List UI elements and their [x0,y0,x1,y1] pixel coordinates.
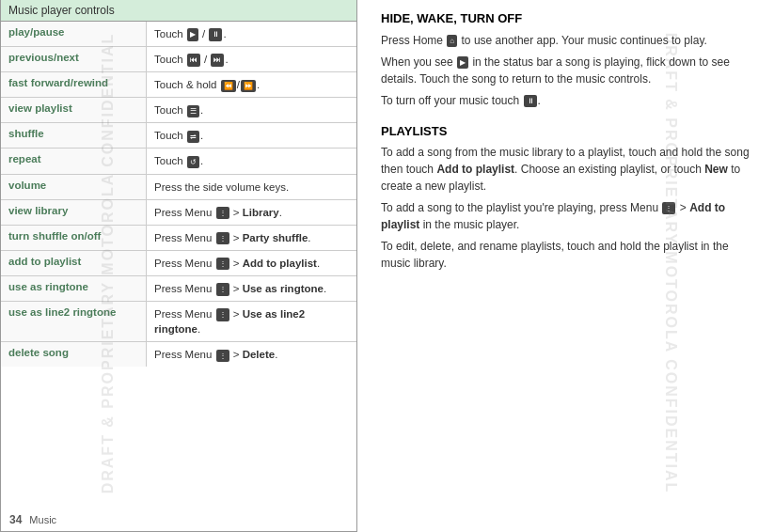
play-status-icon: ▶ [457,56,468,69]
row-desc-shuffle: Touch ⇌. [147,123,356,148]
table-header: Music player controls [1,0,356,22]
section-para-2: When you see ▶ in the status bar a song … [381,54,755,87]
table-row: repeat Touch ↺. [1,149,356,174]
menu-icon: ⋮ [216,283,229,295]
page-section-label: Music [29,514,56,525]
menu-icon: ⋮ [216,207,229,219]
section-para-1: Press Home ⌂ to use another app. Your mu… [381,32,755,49]
section-hide-wake: HIDE, WAKE, TURN OFF Press Home ⌂ to use… [381,9,755,109]
row-label-ff-rew: fast forward/rewind [1,72,147,97]
row-label-view-library: view library [1,200,147,225]
row-label-volume: volume [1,175,147,199]
row-desc-volume: Press the side volume keys. [147,175,356,199]
ff-icon: ⏩ [241,80,256,92]
section-para-4: To add a song from the music library to … [381,144,755,195]
row-label-line2-ringtone: use as line2 ringtone [1,302,147,341]
pause-off-icon: ⏸ [524,95,537,107]
next-icon: ⏭ [211,54,224,66]
play-icon: ▶ [187,28,198,40]
section-title-playlists: PLAYLISTS [381,122,755,141]
left-column: Music player controls play/pause Touch ▶… [0,0,357,532]
row-desc-shuffle-toggle: Press Menu ⋮ > Party shuffle. [147,226,356,250]
row-desc-view-playlist: Touch ☰. [147,98,356,122]
row-label-prev-next: previous/next [1,47,147,71]
row-label-delete-song: delete song [1,342,147,367]
table-row: turn shuffle on/off Press Menu ⋮ > Party… [1,226,356,251]
table-row: view playlist Touch ☰. [1,98,356,123]
row-label-repeat: repeat [1,149,147,173]
table-row: delete song Press Menu ⋮ > Delete. [1,342,356,367]
rewind-icon: ⏪ [221,80,236,92]
table-row: fast forward/rewind Touch & hold ⏪/⏩. [1,72,356,98]
table-row: play/pause Touch ▶ / ⏸. [1,22,356,47]
page-number: 34 [9,513,22,526]
row-desc-view-library: Press Menu ⋮ > Library. [147,200,356,225]
right-column: HIDE, WAKE, TURN OFF Press Home ⌂ to use… [357,0,774,532]
row-desc-delete-song: Press Menu ⋮ > Delete. [147,342,356,367]
row-label-add-playlist: add to playlist [1,251,147,275]
row-desc-ff-rew: Touch & hold ⏪/⏩. [147,72,356,97]
row-desc-add-playlist: Press Menu ⋮ > Add to playlist. [147,251,356,275]
table-row: add to playlist Press Menu ⋮ > Add to pl… [1,251,356,276]
menu-icon-2: ⋮ [662,202,675,214]
section-para-6: To edit, delete, and rename playlists, t… [381,238,755,272]
row-label-shuffle: shuffle [1,123,147,148]
section-playlists: PLAYLISTS To add a song from the music l… [381,122,755,273]
section-para-5: To add a song to the playlist you're pla… [381,199,755,233]
menu-icon: ⋮ [216,258,229,270]
playlist-icon: ☰ [187,105,199,117]
row-desc-prev-next: Touch ⏮ / ⏭. [147,47,356,71]
table-row: volume Press the side volume keys. [1,175,356,200]
table-row: view library Press Menu ⋮ > Library. [1,200,356,226]
row-desc-repeat: Touch ↺. [147,149,356,173]
menu-icon: ⋮ [216,308,229,321]
menu-icon: ⋮ [216,232,229,244]
repeat-icon: ↺ [187,156,199,168]
page-container: Music player controls play/pause Touch ▶… [0,0,774,532]
table-row: shuffle Touch ⇌. [1,123,356,149]
pause-icon: ⏸ [209,28,222,40]
row-label-play-pause: play/pause [1,22,147,46]
row-desc-play-pause: Touch ▶ / ⏸. [147,22,356,46]
table-row: use as ringtone Press Menu ⋮ > Use as ri… [1,276,356,302]
row-desc-line2-ringtone: Press Menu ⋮ > Use as line2 ringtone. [147,302,356,341]
row-desc-ringtone: Press Menu ⋮ > Use as ringtone. [147,276,356,301]
prev-icon: ⏮ [187,54,200,66]
menu-icon: ⋮ [216,350,229,362]
page-footer: 34 Music [9,513,56,526]
section-para-3: To turn off your music touch ⏸. [381,92,755,109]
row-label-ringtone: use as ringtone [1,276,147,301]
home-icon: ⌂ [447,35,457,47]
section-title-hide-wake: HIDE, WAKE, TURN OFF [381,9,755,28]
shuffle-icon: ⇌ [187,131,199,143]
row-label-shuffle-toggle: turn shuffle on/off [1,226,147,250]
table-row: previous/next Touch ⏮ / ⏭. [1,47,356,72]
table-row: use as line2 ringtone Press Menu ⋮ > Use… [1,302,356,342]
row-label-view-playlist: view playlist [1,98,147,122]
